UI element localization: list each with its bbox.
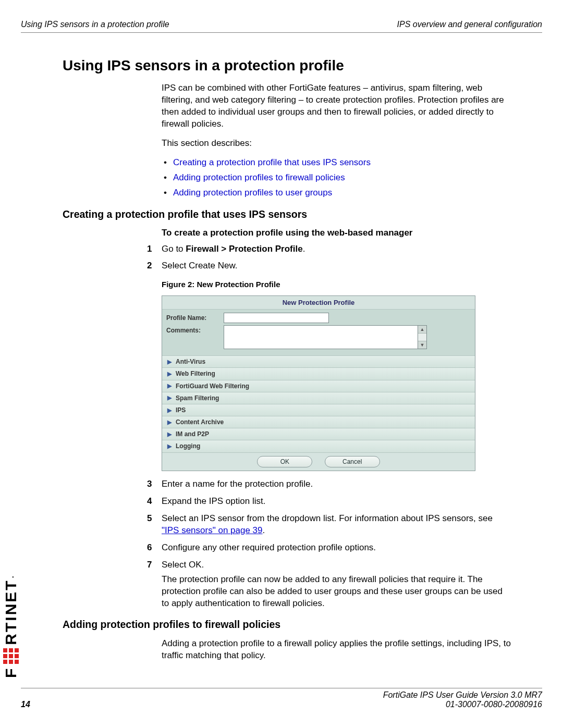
steps-list: 1 Go to Firewall > Protection Profile. 2… [162,243,511,610]
npp-section-webfiltering[interactable]: ▶Web Filtering [162,368,475,380]
npp-sections: ▶Anti-Virus ▶Web Filtering ▶FortiGuard W… [162,356,475,453]
sec-label: IM and P2P [176,430,209,438]
step-5-pre: Select an IPS sensor from the dropdown l… [162,513,493,523]
comments-textarea[interactable] [224,325,418,349]
running-header: Using IPS sensors in a protection profil… [21,20,542,33]
step-3-text: Enter a name for the protection profile. [162,479,313,489]
step-1: 1 Go to Firewall > Protection Profile. [162,243,511,255]
step-6-text: Configure any other required protection … [162,542,376,552]
ips-sensors-xref[interactable]: "IPS sensors" on page 39 [162,525,263,535]
scroll-down-icon[interactable]: ▼ [418,341,426,349]
step-1-pre: Go to [162,244,186,254]
page-number: 14 [21,700,30,709]
toc-link-1[interactable]: Creating a protection profile that uses … [173,157,371,167]
procedure-block: To create a protection profile using the… [162,228,511,610]
step-2-text: Select Create New. [162,261,238,270]
adding-paragraph: Adding a protection profile to a firewal… [162,638,511,662]
comments-scrollbar[interactable]: ▲▼ [418,325,427,349]
sec-label: Anti-Virus [176,357,205,366]
comments-wrap: ▲▼ [224,325,427,349]
sec-label: Content Archive [176,418,224,426]
expand-icon: ▶ [167,418,172,426]
step-7-after: The protection profile can now be added … [162,574,511,610]
figure-caption: Figure 2: New Protection Profile [162,279,511,290]
step-1-post: . [303,244,305,254]
page-title: Using IPS sensors in a protection profil… [63,57,511,74]
expand-icon: ▶ [167,442,172,450]
npp-profile-row: Profile Name: [166,313,471,323]
page: Using IPS sensors in a protection profil… [0,0,563,728]
expand-icon: ▶ [167,394,172,402]
npp-comments-label: Comments: [166,325,224,335]
npp-title: New Protection Profile [162,296,475,310]
npp-section-ips[interactable]: ▶IPS [162,404,475,416]
step-2: 2 Select Create New. Figure 2: New Prote… [162,260,511,471]
toc-link-2[interactable]: Adding protection profiles to firewall p… [173,172,345,182]
sec-label: IPS [176,406,186,414]
step-4: 4Expand the IPS option list. [162,496,511,508]
step-3: 3Enter a name for the protection profile… [162,478,511,490]
expand-icon: ▶ [167,358,172,366]
step-5: 5 Select an IPS sensor from the dropdown… [162,513,511,537]
ok-button[interactable]: OK [257,456,312,467]
toc-item: Adding protection profiles to firewall p… [162,172,511,184]
running-footer: FortiGate IPS User Guide Version 3.0 MR7… [21,688,542,709]
npp-section-fortiguard[interactable]: ▶FortiGuard Web Filtering [162,380,475,392]
scroll-up-icon[interactable]: ▲ [418,326,426,334]
intro-paragraph-1: IPS can be combined with other FortiGate… [162,82,511,130]
npp-section-spam[interactable]: ▶Spam Filtering [162,392,475,404]
adding-paragraph-block: Adding a protection profile to a firewal… [162,638,511,662]
expand-icon: ▶ [167,370,172,378]
content-area: Using IPS sensors in a protection profil… [63,57,511,669]
step-4-text: Expand the IPS option list. [162,496,265,506]
toc-link-3[interactable]: Adding protection profiles to user group… [173,188,332,198]
step-1-bold: Firewall > Protection Profile [186,244,302,254]
section-heading-adding: Adding protection profiles to firewall p… [63,619,511,631]
sec-label: FortiGuard Web Filtering [176,382,249,390]
sec-label: Spam Filtering [176,394,219,402]
logo-dot: . [7,574,15,578]
npp-section-logging[interactable]: ▶Logging [162,440,475,452]
footer-lines: FortiGate IPS User Guide Version 3.0 MR7… [21,688,542,709]
npp-form: Profile Name: Comments: ▲▼ [162,310,475,356]
step-7: 7Select OK. The protection profile can n… [162,559,511,610]
step-6: 6Configure any other required protection… [162,542,511,554]
step-7-text: Select OK. [162,560,204,570]
toc-list: Creating a protection profile that uses … [162,157,511,199]
new-protection-profile-screenshot: New Protection Profile Profile Name: Com… [162,295,475,471]
npp-profile-label: Profile Name: [166,313,224,322]
npp-section-antivirus[interactable]: ▶Anti-Virus [162,356,475,368]
toc-item: Creating a protection profile that uses … [162,157,511,169]
fortinet-logo: F RTINET . [2,574,20,678]
procedure-subhead: To create a protection profile using the… [162,228,511,238]
expand-icon: ▶ [167,382,172,390]
footer-line-2: 01-30007-0080-20080916 [21,700,542,709]
toc-item: Adding protection profiles to user group… [162,187,511,199]
footer-line-1: FortiGate IPS User Guide Version 3.0 MR7 [21,690,542,700]
profile-name-input[interactable] [224,313,329,323]
logo-part2: RTINET [2,579,20,645]
logo-red-grid-icon [3,648,19,664]
step-5-post: . [263,525,265,535]
section-heading-creating: Creating a protection profile that uses … [63,208,511,220]
header-left: Using IPS sensors in a protection profil… [21,20,169,29]
npp-comments-row: Comments: ▲▼ [166,325,471,349]
expand-icon: ▶ [167,406,172,414]
header-right: IPS overview and general configuration [397,20,542,29]
logo-part1: F [2,667,20,678]
intro-paragraph-2: This section describes: [162,138,511,150]
npp-section-imp2p[interactable]: ▶IM and P2P [162,428,475,440]
intro-block: IPS can be combined with other FortiGate… [162,82,511,199]
cancel-button[interactable]: Cancel [325,456,380,467]
sec-label: Logging [176,442,200,450]
npp-footer: OK Cancel [162,453,475,471]
expand-icon: ▶ [167,430,172,438]
npp-section-contentarchive[interactable]: ▶Content Archive [162,416,475,428]
sec-label: Web Filtering [176,369,215,378]
